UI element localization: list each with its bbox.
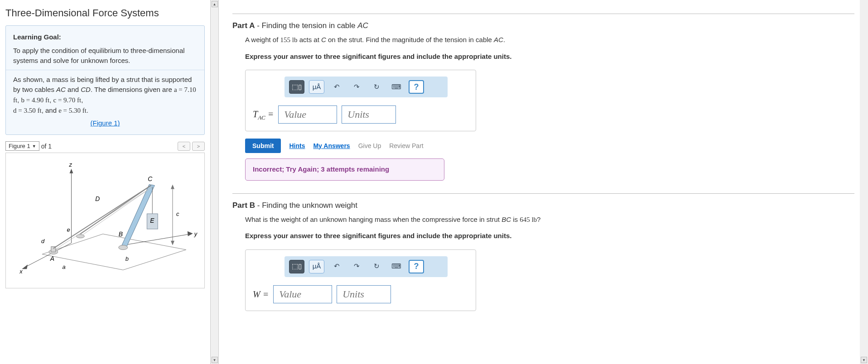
part-b-body: What is the weight of an unknown hanging… (245, 215, 854, 311)
goal-and: and (66, 86, 81, 93)
scroll-up-icon[interactable]: ▲ (212, 1, 218, 7)
scroll-down-icon[interactable]: ▼ (212, 357, 218, 363)
part-a-instruction: Express your answer to three significant… (245, 52, 854, 62)
hints-link-a[interactable]: Hints (289, 141, 305, 151)
figure-select[interactable]: Figure 1 ▼ (5, 141, 39, 151)
keyboard-icon: ⌨ (391, 82, 401, 92)
qa-end: . (503, 36, 505, 43)
redo-button[interactable]: ↷ (349, 80, 364, 94)
qa-pre: A weight of (245, 36, 280, 43)
figure-prev-button[interactable]: < (178, 142, 190, 151)
part-b-question: What is the weight of an unknown hanging… (245, 215, 854, 225)
left-panel: Three-Dimensional Force Systems Learning… (0, 0, 211, 364)
reset-button-b[interactable]: ↻ (369, 260, 384, 273)
dim-d: d = 3.50 ft (13, 107, 42, 114)
keyboard-button[interactable]: ⌨ (389, 80, 404, 94)
figure-next-button[interactable]: > (192, 142, 205, 151)
qb-end: ? (537, 216, 540, 223)
goal-cd: CD (81, 86, 91, 93)
var-w: W = (253, 287, 269, 301)
dim-c: c = 9.70 ft (53, 96, 81, 104)
qb-force: 645 lb (520, 216, 537, 223)
undo-button[interactable]: ↶ (329, 80, 344, 94)
units-button[interactable]: μÅ (309, 80, 324, 94)
svg-marker-32 (171, 185, 174, 189)
qa-cable: AC (494, 36, 503, 43)
value-input-b[interactable] (273, 285, 332, 303)
qb-mid: is (511, 216, 520, 223)
part-a-sep: - (255, 21, 261, 30)
svg-marker-8 (188, 231, 193, 236)
feedback-box: Incorrect; Try Again; 3 attempts remaini… (245, 158, 444, 181)
reset-button[interactable]: ↻ (369, 80, 384, 94)
part-b-answer-box: ⬚▯ μÅ ↶ ↷ ↻ ⌨ ? W = (245, 249, 476, 311)
right-panel: Part A - Finding the tension in cable AC… (219, 0, 868, 364)
svg-text:B: B (119, 230, 123, 238)
svg-text:x: x (19, 268, 23, 275)
keyboard-button-b[interactable]: ⌨ (389, 260, 404, 273)
svg-text:y: y (194, 230, 198, 237)
qa-weight: 155 lb (280, 36, 298, 43)
part-a-answer-box: ⬚▯ μÅ ↶ ↷ ↻ ⌨ ? TAC = (245, 70, 476, 131)
keyboard-icon-b: ⌨ (391, 261, 401, 272)
my-answers-link-a[interactable]: My Answers (313, 141, 350, 151)
templates-button-b[interactable]: ⬚▯ (289, 260, 304, 273)
svg-text:d: d (41, 238, 45, 244)
units-input-a[interactable] (342, 105, 396, 124)
part-b-input-row: W = (253, 285, 468, 303)
part-b-sep: - (255, 201, 262, 210)
qb-strut: BC (502, 216, 511, 223)
units-input-b[interactable] (337, 285, 391, 303)
qb-pre: What is the weight of an unknown hanging… (245, 216, 502, 223)
qa-point: C (321, 36, 326, 43)
part-a-cable: AC (357, 21, 368, 30)
var-w-text: W (253, 289, 260, 299)
svg-marker-2 (70, 169, 73, 173)
value-input-a[interactable] (278, 105, 337, 124)
page-title: Three-Dimensional Force Systems (5, 7, 205, 19)
reset-icon-b: ↻ (374, 261, 380, 272)
part-a-subtitle: Finding the tension in cable (262, 21, 358, 30)
goal-text-2: As shown, a mass is being lifted by a st… (13, 75, 197, 115)
goal-post: . The dimensions given are (91, 86, 174, 93)
templates-button[interactable]: ⬚▯ (289, 80, 304, 94)
submit-button-a[interactable]: Submit (245, 139, 281, 153)
part-b-label: Part B (232, 201, 255, 210)
undo-button-b[interactable]: ↶ (329, 260, 344, 273)
undo-icon-b: ↶ (334, 261, 340, 272)
part-a-submit-row: Submit Hints My Answers Give Up Review P… (245, 139, 854, 153)
svg-text:A: A (50, 255, 54, 262)
dim-e: e = 5.30 ft (58, 107, 87, 114)
figure-of-label: of 1 (41, 143, 52, 150)
qa-mid: acts at (297, 36, 321, 43)
redo-button-b[interactable]: ↷ (349, 260, 364, 273)
right-scrollbar[interactable]: ▼ (860, 0, 868, 364)
review-part-a[interactable]: Review Part (389, 141, 423, 151)
figure-link[interactable]: (Figure 1) (13, 118, 197, 128)
svg-text:c: c (176, 211, 179, 217)
part-b-title: Part B - Finding the unknown weight (232, 201, 854, 210)
reset-icon: ↻ (374, 82, 380, 92)
help-icon: ? (414, 81, 419, 93)
units-button-b[interactable]: μÅ (309, 260, 324, 273)
svg-point-13 (119, 245, 128, 250)
part-a-input-row: TAC = (253, 105, 468, 124)
undo-icon: ↶ (334, 82, 340, 92)
help-button[interactable]: ? (409, 80, 424, 94)
var-eq-a: = (265, 109, 274, 119)
var-tac: TAC = (253, 107, 274, 122)
templates-icon-b: ⬚▯ (292, 261, 302, 272)
part-b-toolbar: ⬚▯ μÅ ↶ ↷ ↻ ⌨ ? (285, 256, 448, 277)
give-up-a[interactable]: Give Up (358, 141, 381, 151)
scroll-down-icon-right[interactable]: ▼ (861, 357, 867, 363)
var-eq-b: = (260, 289, 269, 299)
svg-marker-5 (22, 264, 28, 269)
left-scrollbar[interactable]: ▲ ▼ (211, 0, 219, 364)
part-a-question: A weight of 155 lb acts at C on the stru… (245, 35, 854, 45)
figure-svg: z x y A B (6, 153, 204, 288)
templates-icon: ⬚▯ (292, 82, 302, 92)
var-t: T (253, 109, 258, 119)
help-button-b[interactable]: ? (409, 260, 424, 273)
qa-post: on the strut. Find the magnitude of the … (326, 36, 494, 43)
figure-image: z x y A B (5, 153, 205, 288)
